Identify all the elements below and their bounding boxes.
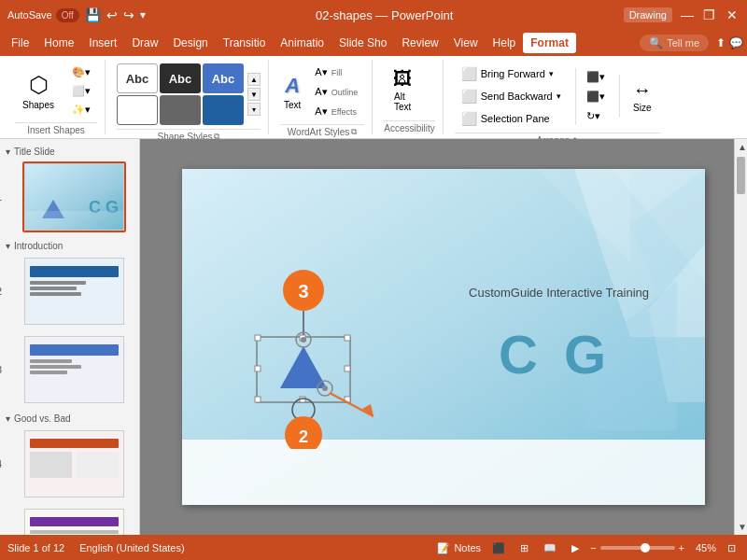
menu-format[interactable]: Format bbox=[523, 33, 576, 53]
wordart-text-btn[interactable]: A Text bbox=[280, 70, 304, 114]
size-button[interactable]: ↔ Size bbox=[624, 75, 661, 118]
slide-info: Slide 1 of 12 bbox=[7, 542, 64, 553]
menu-draw[interactable]: Draw bbox=[124, 33, 165, 53]
zoom-slider[interactable] bbox=[600, 546, 675, 550]
menu-slideshow[interactable]: Slide Sho bbox=[331, 33, 394, 53]
alt-text-button[interactable]: 🖼 AltText bbox=[384, 63, 421, 117]
shape-group-svg[interactable]: 3 bbox=[229, 262, 416, 449]
shape-style-white[interactable]: Abc bbox=[117, 63, 158, 93]
svg-text:3: 3 bbox=[298, 281, 308, 301]
wordart-styles-label: WordArt Styles ⧉ bbox=[280, 124, 364, 139]
language-info: English (United States) bbox=[79, 542, 185, 553]
customize-icon[interactable]: ▾ bbox=[140, 8, 146, 21]
shape-effects-button[interactable]: ✨▾ bbox=[65, 101, 97, 119]
menu-design[interactable]: Design bbox=[165, 33, 215, 53]
section-collapse-icon-intro[interactable]: ▾ bbox=[6, 241, 10, 251]
undo-icon[interactable]: ↩ bbox=[106, 7, 118, 22]
style-scroll: ▲ ▼ ▾ bbox=[247, 73, 261, 116]
save-icon[interactable]: 💾 bbox=[85, 7, 101, 22]
menu-insert[interactable]: Insert bbox=[81, 33, 124, 53]
group-button[interactable]: ⬛▾ bbox=[580, 88, 612, 105]
slide-thumb-inner-1: C G bbox=[24, 163, 124, 231]
notes-button[interactable]: 📝 Notes bbox=[437, 542, 481, 554]
minimize-button[interactable]: — bbox=[680, 7, 695, 22]
shapes-button[interactable]: ⬡ Shapes bbox=[15, 67, 62, 115]
svg-line-48 bbox=[330, 393, 374, 416]
accessibility-group: 🖼 AltText Accessibility bbox=[376, 60, 443, 134]
menu-animations[interactable]: Animatio bbox=[273, 33, 331, 53]
close-button[interactable]: ✕ bbox=[725, 7, 740, 22]
slide-preview-3 bbox=[25, 337, 123, 402]
zoom-level[interactable]: 45% bbox=[688, 542, 716, 553]
slide-thumbnail-5[interactable] bbox=[22, 507, 126, 535]
text-effects-button[interactable]: A▾ Effects bbox=[308, 103, 364, 120]
menu-view[interactable]: View bbox=[446, 33, 486, 53]
text-outline-button[interactable]: A▾ Outline bbox=[308, 83, 364, 101]
redo-icon[interactable]: ↪ bbox=[123, 7, 134, 22]
send-backward-dropdown[interactable]: ▾ bbox=[557, 91, 561, 101]
scroll-thumb[interactable] bbox=[737, 157, 745, 194]
share-icon[interactable]: ⬆ bbox=[716, 36, 726, 49]
vertical-scrollbar[interactable]: ▲ ▼ bbox=[734, 139, 747, 535]
shape-style-5[interactable] bbox=[160, 95, 201, 125]
shape-outline-button[interactable]: ⬜▾ bbox=[65, 82, 97, 100]
style-scroll-down[interactable]: ▼ bbox=[247, 88, 261, 101]
alt-text-label: AltText bbox=[394, 91, 411, 112]
slide-thumbnail-3[interactable] bbox=[22, 334, 126, 405]
shape-style-dark[interactable]: Abc bbox=[160, 63, 201, 93]
insert-shapes-group: ⬡ Shapes 🎨▾ ⬜▾ ✨▾ Insert Shapes bbox=[7, 60, 106, 134]
svg-rect-20 bbox=[30, 530, 119, 534]
slide-num-4: 4 bbox=[0, 458, 2, 469]
shape-style-4[interactable] bbox=[117, 95, 158, 125]
presenter-view-button[interactable]: ▶ bbox=[568, 540, 583, 556]
slide-sorter-button[interactable]: ⊞ bbox=[516, 540, 532, 556]
fit-slide-button[interactable]: ⊡ bbox=[724, 540, 740, 556]
wordart-styles-group: A Text A▾ Fill A▾ Outline A▾ Effects Wor… bbox=[273, 60, 373, 134]
svg-rect-5 bbox=[30, 266, 119, 277]
svg-rect-19 bbox=[30, 517, 119, 526]
section-collapse-icon-good-bad[interactable]: ▾ bbox=[6, 413, 10, 424]
menu-transitions[interactable]: Transitio bbox=[216, 33, 274, 53]
send-backward-button[interactable]: ⬜ Send Backward ▾ bbox=[455, 86, 568, 106]
window-title: 02-shapes — PowerPoint bbox=[316, 8, 453, 22]
comment-icon[interactable]: 💬 bbox=[729, 36, 743, 49]
slide-thumb-inner-5 bbox=[24, 509, 124, 535]
zoom-out-icon[interactable]: − bbox=[590, 542, 596, 553]
shape-style-6[interactable] bbox=[203, 95, 244, 125]
slide-num-3: 3 bbox=[0, 364, 2, 375]
style-scroll-more[interactable]: ▾ bbox=[247, 103, 261, 116]
restore-button[interactable]: ❐ bbox=[702, 7, 717, 22]
bring-forward-button[interactable]: ⬜ Bring Forward ▾ bbox=[455, 63, 568, 84]
zoom-thumb[interactable] bbox=[641, 543, 650, 553]
shape-fill-button[interactable]: 🎨▾ bbox=[65, 63, 97, 81]
text-fill-button[interactable]: A▾ Fill bbox=[308, 63, 364, 81]
rotate-button[interactable]: ↻▾ bbox=[580, 107, 612, 125]
style-scroll-up[interactable]: ▲ bbox=[247, 73, 261, 86]
slide-thumbnail-2[interactable] bbox=[22, 256, 126, 327]
autosave-toggle[interactable]: Off bbox=[56, 8, 79, 22]
arrange-group: ⬜ Bring Forward ▾ ⬜ Send Backward ▾ ⬜ Se… bbox=[447, 60, 669, 134]
slide-thumbnail-1[interactable]: C G bbox=[22, 161, 126, 232]
slide-num-1: 1 bbox=[0, 191, 2, 203]
scroll-down-arrow[interactable]: ▼ bbox=[735, 519, 747, 535]
search-box[interactable]: 🔍 Tell me bbox=[640, 35, 709, 51]
selection-pane-button[interactable]: ⬜ Selection Pane bbox=[455, 108, 568, 129]
scroll-up-arrow[interactable]: ▲ bbox=[735, 139, 747, 155]
menu-review[interactable]: Review bbox=[394, 33, 445, 53]
menu-help[interactable]: Help bbox=[486, 33, 524, 53]
zoom-in-icon[interactable]: + bbox=[679, 542, 684, 553]
slide-canvas[interactable]: CustomGuide Interactive Training C G 3 bbox=[182, 169, 705, 505]
normal-view-button[interactable]: ⬛ bbox=[488, 540, 509, 556]
menu-file[interactable]: File bbox=[4, 33, 36, 53]
reading-view-button[interactable]: 📖 bbox=[540, 540, 560, 556]
wordart-dialog-icon[interactable]: ⧉ bbox=[351, 127, 357, 137]
bring-forward-dropdown[interactable]: ▾ bbox=[549, 69, 554, 78]
section-collapse-icon[interactable]: ▾ bbox=[6, 147, 10, 157]
slide-thumbnail-4[interactable] bbox=[22, 428, 126, 499]
scroll-track[interactable] bbox=[735, 155, 747, 519]
menu-home[interactable]: Home bbox=[36, 33, 81, 53]
shape-style-blue[interactable]: Abc bbox=[203, 63, 244, 93]
align-button[interactable]: ⬛▾ bbox=[580, 68, 612, 86]
svg-rect-40 bbox=[255, 397, 261, 402]
insert-shapes-label: Insert Shapes bbox=[15, 122, 97, 137]
